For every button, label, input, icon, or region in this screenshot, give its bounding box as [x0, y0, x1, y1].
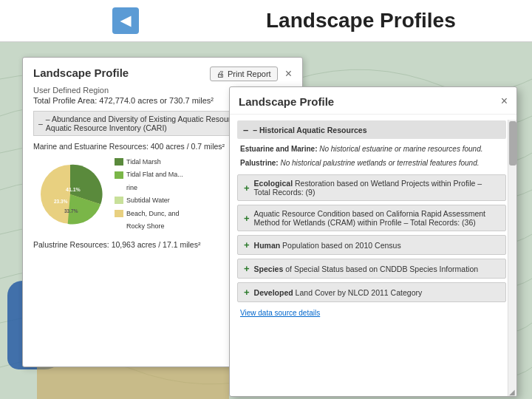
expand-bar-5-label: Developed Land Cover by NLCD 2011 Catego… — [254, 288, 423, 297]
pie-chart: 41.1% 23.3% 33.7% — [33, 157, 107, 231]
legend-label-4b: Rocky Shore — [115, 221, 183, 231]
info-palustrine: Palustrine: No historical palustrine wet… — [237, 157, 506, 168]
expand-bar-3-label: Human Population based on 2010 Census — [254, 241, 401, 250]
expand-bars: + Ecological Restoration based on Wetlan… — [237, 174, 506, 302]
legend-item-4: Beach, Dunc, and — [115, 208, 183, 219]
printer-icon: 🖨 — [216, 69, 225, 78]
legend-color-1 — [115, 158, 123, 166]
panel1-title: Landscape Profile — [33, 66, 129, 79]
panel2-close-button[interactable]: × — [501, 95, 508, 108]
minus-icon-historical: – — [243, 124, 248, 135]
chart-legend: Tidal Marsh Tidal Flat and Ma... rine Su… — [115, 157, 183, 231]
info-estuarine: Estuarine and Marine: No historical estu… — [237, 143, 506, 154]
svg-text:23.3%: 23.3% — [54, 199, 68, 204]
resize-handle[interactable]: ◢ — [508, 387, 516, 396]
legend-label-2: Tidal Flat and Ma... — [126, 169, 183, 180]
panel2-content: – – Historical Aquatic Resources Estuari… — [230, 115, 516, 391]
expand-bar-2[interactable]: + Aquatic Resource Condition based on Ca… — [237, 205, 506, 231]
panel1-close-button[interactable]: × — [285, 67, 292, 81]
legend-label-2b: rine — [115, 183, 183, 193]
plus-icon-2: + — [244, 213, 250, 224]
header-left: ◀ — [0, 0, 251, 41]
plus-icon-5: + — [244, 287, 250, 298]
section-historical: – – Historical Aquatic Resources — [237, 120, 506, 139]
legend-color-4 — [115, 210, 123, 217]
svg-text:41.1%: 41.1% — [66, 187, 81, 192]
panel2-scrollbar[interactable] — [508, 120, 516, 396]
plus-icon-1: + — [244, 183, 250, 194]
expand-bar-4[interactable]: + Species of Special Status based on CND… — [237, 259, 506, 279]
panel2: Landscape Profile × – – Historical Aquat… — [229, 86, 517, 397]
header-right: Landscape Profiles — [251, 9, 532, 33]
estuarine-label: Estuarine and Marine: — [240, 145, 319, 153]
estuarine-value: No historical estuarine or marine resour… — [319, 145, 482, 153]
back-button[interactable]: ◀ — [112, 7, 139, 34]
view-source-link[interactable]: View data source details — [237, 306, 506, 320]
panel1-header: Landscape Profile 🖨 Print Report × — [33, 66, 292, 81]
expand-bar-1[interactable]: + Ecological Restoration based on Wetlan… — [237, 174, 506, 201]
legend-item-1: Tidal Marsh — [115, 157, 183, 167]
page-title: Landscape Profiles — [266, 9, 456, 33]
svg-text:33.7%: 33.7% — [64, 208, 78, 214]
header: ◀ Landscape Profiles — [0, 0, 532, 42]
plus-icon-3: + — [244, 239, 250, 250]
panel2-title: Landscape Profile — [239, 95, 334, 108]
expand-bar-4-label: Species of Special Status based on CNDDB… — [254, 265, 479, 273]
expand-bar-1-label: Ecological Restoration based on Wetland … — [254, 179, 499, 197]
map-area: Landscape Profile 🖨 Print Report × User … — [0, 42, 532, 399]
legend-color-3 — [115, 197, 123, 204]
print-button-label: Print Report — [228, 69, 271, 78]
legend-label-1: Tidal Marsh — [126, 157, 161, 167]
legend-item-3: Subtidal Water — [115, 195, 183, 205]
expand-bar-5[interactable]: + Developed Land Cover by NLCD 2011 Cate… — [237, 282, 506, 302]
print-button[interactable]: 🖨 Print Report — [210, 66, 278, 81]
back-icon: ◀ — [120, 13, 131, 29]
legend-color-2 — [115, 171, 123, 179]
legend-label-3: Subtidal Water — [126, 195, 170, 205]
panel2-header: Landscape Profile × — [230, 87, 516, 115]
panel1-title-area: Landscape Profile — [33, 66, 129, 79]
section-historical-title: – Historical Aquatic Resources — [253, 126, 366, 134]
scrollbar-thumb[interactable] — [509, 121, 516, 166]
legend-label-4: Beach, Dunc, and — [126, 208, 180, 219]
minus-icon: – — [38, 119, 43, 128]
plus-icon-4: + — [244, 263, 250, 274]
legend-item-2: Tidal Flat and Ma... — [115, 169, 183, 180]
palustrine-value: No historical palustrine wetlands or ter… — [280, 159, 479, 167]
expand-bar-2-label: Aquatic Resource Condition based on Cali… — [254, 209, 499, 227]
palustrine-label: Palustrine: — [240, 159, 280, 167]
expand-bar-3[interactable]: + Human Population based on 2010 Census — [237, 235, 506, 255]
